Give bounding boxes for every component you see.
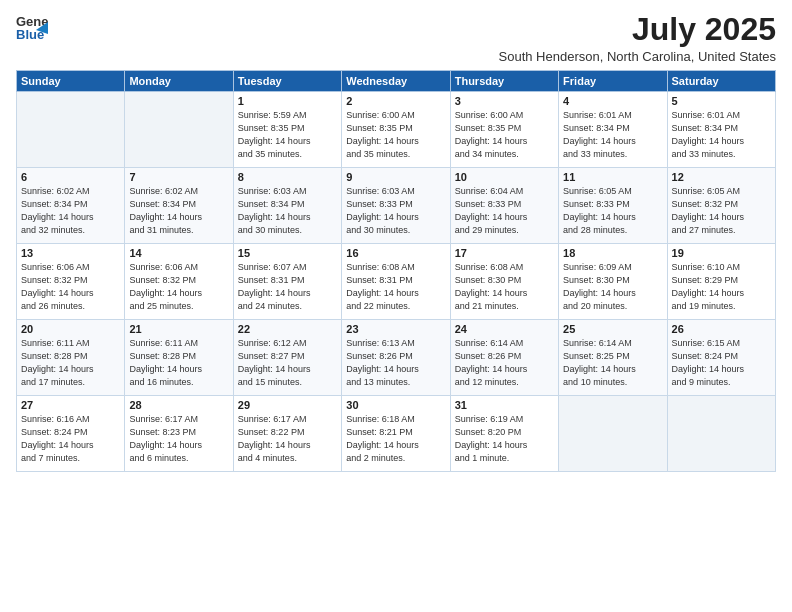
day-info: Sunrise: 6:04 AM Sunset: 8:33 PM Dayligh… — [455, 185, 554, 237]
table-row: 24Sunrise: 6:14 AM Sunset: 8:26 PM Dayli… — [450, 320, 558, 396]
day-info: Sunrise: 6:07 AM Sunset: 8:31 PM Dayligh… — [238, 261, 337, 313]
title-block: July 2025 South Henderson, North Carolin… — [499, 12, 777, 64]
col-friday: Friday — [559, 71, 667, 92]
day-info: Sunrise: 6:15 AM Sunset: 8:24 PM Dayligh… — [672, 337, 771, 389]
day-info: Sunrise: 6:01 AM Sunset: 8:34 PM Dayligh… — [672, 109, 771, 161]
table-row: 29Sunrise: 6:17 AM Sunset: 8:22 PM Dayli… — [233, 396, 341, 472]
day-number: 24 — [455, 323, 554, 335]
day-number: 23 — [346, 323, 445, 335]
table-row: 4Sunrise: 6:01 AM Sunset: 8:34 PM Daylig… — [559, 92, 667, 168]
day-number: 15 — [238, 247, 337, 259]
day-number: 9 — [346, 171, 445, 183]
day-info: Sunrise: 6:02 AM Sunset: 8:34 PM Dayligh… — [21, 185, 120, 237]
table-row: 13Sunrise: 6:06 AM Sunset: 8:32 PM Dayli… — [17, 244, 125, 320]
table-row: 1Sunrise: 5:59 AM Sunset: 8:35 PM Daylig… — [233, 92, 341, 168]
day-number: 26 — [672, 323, 771, 335]
table-row: 14Sunrise: 6:06 AM Sunset: 8:32 PM Dayli… — [125, 244, 233, 320]
day-info: Sunrise: 6:16 AM Sunset: 8:24 PM Dayligh… — [21, 413, 120, 465]
day-info: Sunrise: 6:00 AM Sunset: 8:35 PM Dayligh… — [455, 109, 554, 161]
day-info: Sunrise: 6:14 AM Sunset: 8:25 PM Dayligh… — [563, 337, 662, 389]
day-number: 3 — [455, 95, 554, 107]
table-row: 19Sunrise: 6:10 AM Sunset: 8:29 PM Dayli… — [667, 244, 775, 320]
day-info: Sunrise: 5:59 AM Sunset: 8:35 PM Dayligh… — [238, 109, 337, 161]
table-row: 23Sunrise: 6:13 AM Sunset: 8:26 PM Dayli… — [342, 320, 450, 396]
table-row: 31Sunrise: 6:19 AM Sunset: 8:20 PM Dayli… — [450, 396, 558, 472]
day-info: Sunrise: 6:03 AM Sunset: 8:34 PM Dayligh… — [238, 185, 337, 237]
day-number: 4 — [563, 95, 662, 107]
logo: General Blue — [16, 12, 48, 44]
table-row: 8Sunrise: 6:03 AM Sunset: 8:34 PM Daylig… — [233, 168, 341, 244]
day-number: 1 — [238, 95, 337, 107]
table-row: 21Sunrise: 6:11 AM Sunset: 8:28 PM Dayli… — [125, 320, 233, 396]
table-row — [17, 92, 125, 168]
table-row: 25Sunrise: 6:14 AM Sunset: 8:25 PM Dayli… — [559, 320, 667, 396]
table-row — [667, 396, 775, 472]
table-row: 3Sunrise: 6:00 AM Sunset: 8:35 PM Daylig… — [450, 92, 558, 168]
table-row: 30Sunrise: 6:18 AM Sunset: 8:21 PM Dayli… — [342, 396, 450, 472]
table-row: 10Sunrise: 6:04 AM Sunset: 8:33 PM Dayli… — [450, 168, 558, 244]
table-row: 28Sunrise: 6:17 AM Sunset: 8:23 PM Dayli… — [125, 396, 233, 472]
table-row: 17Sunrise: 6:08 AM Sunset: 8:30 PM Dayli… — [450, 244, 558, 320]
day-info: Sunrise: 6:05 AM Sunset: 8:33 PM Dayligh… — [563, 185, 662, 237]
table-row: 20Sunrise: 6:11 AM Sunset: 8:28 PM Dayli… — [17, 320, 125, 396]
header: General Blue July 2025 South Henderson, … — [16, 12, 776, 64]
day-number: 5 — [672, 95, 771, 107]
day-number: 8 — [238, 171, 337, 183]
table-row: 12Sunrise: 6:05 AM Sunset: 8:32 PM Dayli… — [667, 168, 775, 244]
day-info: Sunrise: 6:06 AM Sunset: 8:32 PM Dayligh… — [21, 261, 120, 313]
col-thursday: Thursday — [450, 71, 558, 92]
col-wednesday: Wednesday — [342, 71, 450, 92]
day-number: 11 — [563, 171, 662, 183]
day-info: Sunrise: 6:11 AM Sunset: 8:28 PM Dayligh… — [129, 337, 228, 389]
table-row: 16Sunrise: 6:08 AM Sunset: 8:31 PM Dayli… — [342, 244, 450, 320]
table-row: 27Sunrise: 6:16 AM Sunset: 8:24 PM Dayli… — [17, 396, 125, 472]
day-number: 16 — [346, 247, 445, 259]
table-row: 2Sunrise: 6:00 AM Sunset: 8:35 PM Daylig… — [342, 92, 450, 168]
table-row: 18Sunrise: 6:09 AM Sunset: 8:30 PM Dayli… — [559, 244, 667, 320]
week-row-4: 20Sunrise: 6:11 AM Sunset: 8:28 PM Dayli… — [17, 320, 776, 396]
location-title: South Henderson, North Carolina, United … — [499, 49, 777, 64]
day-number: 6 — [21, 171, 120, 183]
col-saturday: Saturday — [667, 71, 775, 92]
page: General Blue July 2025 South Henderson, … — [0, 0, 792, 612]
day-info: Sunrise: 6:18 AM Sunset: 8:21 PM Dayligh… — [346, 413, 445, 465]
day-number: 2 — [346, 95, 445, 107]
day-info: Sunrise: 6:01 AM Sunset: 8:34 PM Dayligh… — [563, 109, 662, 161]
day-info: Sunrise: 6:10 AM Sunset: 8:29 PM Dayligh… — [672, 261, 771, 313]
day-number: 17 — [455, 247, 554, 259]
day-info: Sunrise: 6:11 AM Sunset: 8:28 PM Dayligh… — [21, 337, 120, 389]
day-info: Sunrise: 6:17 AM Sunset: 8:22 PM Dayligh… — [238, 413, 337, 465]
table-row: 7Sunrise: 6:02 AM Sunset: 8:34 PM Daylig… — [125, 168, 233, 244]
day-info: Sunrise: 6:12 AM Sunset: 8:27 PM Dayligh… — [238, 337, 337, 389]
day-number: 22 — [238, 323, 337, 335]
week-row-2: 6Sunrise: 6:02 AM Sunset: 8:34 PM Daylig… — [17, 168, 776, 244]
day-info: Sunrise: 6:08 AM Sunset: 8:31 PM Dayligh… — [346, 261, 445, 313]
day-number: 25 — [563, 323, 662, 335]
day-number: 14 — [129, 247, 228, 259]
day-number: 29 — [238, 399, 337, 411]
col-monday: Monday — [125, 71, 233, 92]
week-row-3: 13Sunrise: 6:06 AM Sunset: 8:32 PM Dayli… — [17, 244, 776, 320]
month-title: July 2025 — [499, 12, 777, 47]
day-number: 28 — [129, 399, 228, 411]
day-number: 12 — [672, 171, 771, 183]
table-row — [559, 396, 667, 472]
col-tuesday: Tuesday — [233, 71, 341, 92]
table-row: 22Sunrise: 6:12 AM Sunset: 8:27 PM Dayli… — [233, 320, 341, 396]
calendar-header-row: Sunday Monday Tuesday Wednesday Thursday… — [17, 71, 776, 92]
day-info: Sunrise: 6:05 AM Sunset: 8:32 PM Dayligh… — [672, 185, 771, 237]
calendar: Sunday Monday Tuesday Wednesday Thursday… — [16, 70, 776, 472]
day-number: 18 — [563, 247, 662, 259]
day-info: Sunrise: 6:02 AM Sunset: 8:34 PM Dayligh… — [129, 185, 228, 237]
day-number: 13 — [21, 247, 120, 259]
table-row: 9Sunrise: 6:03 AM Sunset: 8:33 PM Daylig… — [342, 168, 450, 244]
day-info: Sunrise: 6:06 AM Sunset: 8:32 PM Dayligh… — [129, 261, 228, 313]
table-row: 26Sunrise: 6:15 AM Sunset: 8:24 PM Dayli… — [667, 320, 775, 396]
table-row: 11Sunrise: 6:05 AM Sunset: 8:33 PM Dayli… — [559, 168, 667, 244]
table-row — [125, 92, 233, 168]
day-number: 20 — [21, 323, 120, 335]
day-number: 31 — [455, 399, 554, 411]
day-number: 21 — [129, 323, 228, 335]
day-number: 27 — [21, 399, 120, 411]
table-row: 15Sunrise: 6:07 AM Sunset: 8:31 PM Dayli… — [233, 244, 341, 320]
